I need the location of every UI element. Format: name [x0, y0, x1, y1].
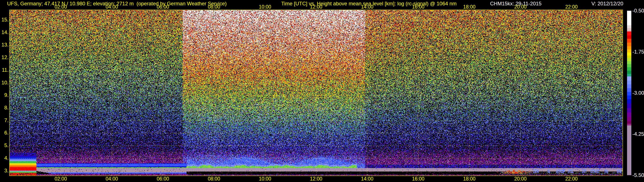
x-tick-label-top: 20:00 — [511, 4, 530, 10]
x-tick-label-bottom: 12:00 — [306, 176, 326, 182]
y-tick-label: 14. — [0, 29, 8, 35]
x-tick-label-top: 04:00 — [102, 4, 122, 10]
x-tick-label-top: 06:00 — [153, 4, 172, 10]
x-tick-label-bottom: 06:00 — [153, 176, 172, 182]
x-tick-label-bottom: 20:00 — [511, 176, 530, 182]
y-tick-label: 6. — [0, 130, 8, 136]
x-tick-label-bottom: 18:00 — [460, 176, 479, 182]
y-tick-label: 8. — [0, 105, 8, 111]
x-tick-label-bottom: 02:00 — [51, 176, 70, 182]
x-tick-label-bottom: 14:00 — [358, 176, 377, 182]
x-tick-label-bottom: 04:00 — [102, 176, 122, 182]
colorbar — [627, 11, 631, 175]
x-tick-label-bottom: 22:00 — [562, 176, 581, 182]
y-tick-label: 10. — [0, 80, 8, 86]
y-tick-label: 15. — [0, 17, 8, 23]
heatmap-canvas — [10, 10, 622, 176]
colorbar-tick-label: -1.75 — [632, 49, 644, 55]
colorbar-tick-label: -4.25 — [632, 131, 644, 137]
x-tick-label-top: 22:00 — [562, 4, 581, 10]
y-tick-label: 5. — [0, 142, 8, 148]
ceilometer-display: UFS, Germany; 47.417 N / 10.980 E; eleva… — [0, 0, 644, 182]
x-tick-label-top: 14:00 — [358, 4, 377, 10]
y-tick-label: 11. — [0, 67, 8, 73]
colorbar-tick-label: -5.50 — [632, 172, 644, 178]
y-tick-label: 9. — [0, 92, 8, 98]
x-tick-label-bottom: 16:00 — [408, 176, 428, 182]
y-tick-label: 4. — [0, 155, 8, 161]
software-version-label: V: 2012/12/20 — [592, 1, 624, 7]
x-tick-label-top: 02:00 — [51, 4, 70, 10]
colorbar-tick-label: -0.50 — [632, 8, 644, 14]
colorbar-tick-label: -3.00 — [632, 90, 644, 96]
x-tick-label-bottom: 08:00 — [204, 176, 224, 182]
x-tick-label-top: 16:00 — [408, 4, 428, 10]
y-tick-label: 3. — [0, 168, 8, 174]
x-tick-label-top: 08:00 — [204, 4, 224, 10]
x-tick-label-bottom: 10:00 — [256, 176, 275, 182]
x-tick-label-top: 18:00 — [460, 4, 479, 10]
y-tick-label: 13. — [0, 42, 8, 48]
x-tick-label-top: 10:00 — [256, 4, 275, 10]
x-tick-label-top: 12:00 — [306, 4, 326, 10]
y-tick-label: 12. — [0, 54, 8, 60]
plot-frame — [9, 10, 623, 176]
y-tick-label: 7. — [0, 117, 8, 123]
